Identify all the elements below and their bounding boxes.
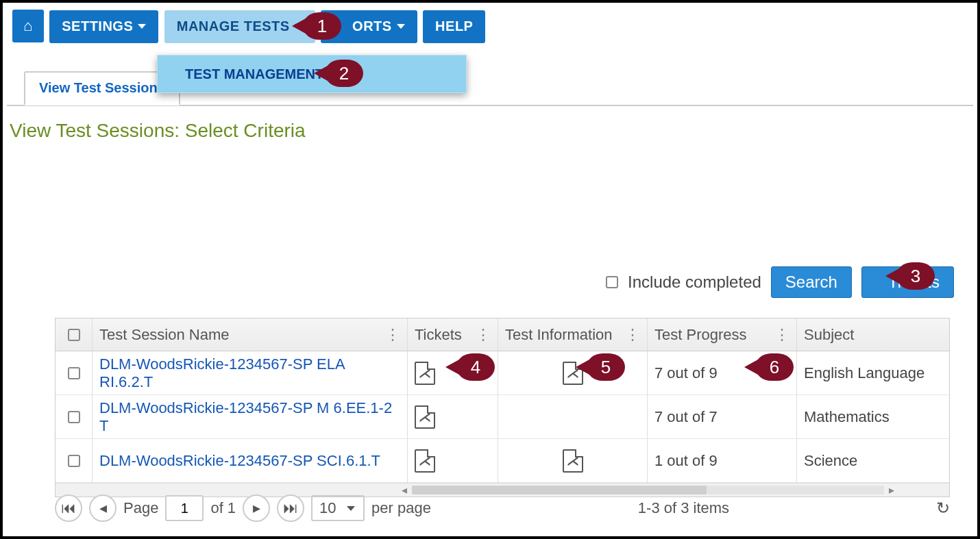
col-name[interactable]: Test Session Name <box>99 326 230 344</box>
subject-text: Science <box>804 452 857 470</box>
session-link[interactable]: DLM-WoodsRickie-1234567-SP ELA RI.6.2.T <box>99 355 400 391</box>
pager-first-button[interactable]: ⏮ <box>55 494 82 522</box>
page-size-select[interactable]: 10 <box>311 495 365 521</box>
pager-page-label: Page <box>123 499 158 517</box>
nav-settings[interactable]: SETTINGS <box>49 10 158 43</box>
table-row: DLM-WoodsRickie-1234567-SP SCI.6.1.T ⋌ ⋌… <box>56 439 949 483</box>
column-menu-icon[interactable]: ⋮ <box>385 326 400 344</box>
include-completed-label: Include completed <box>628 273 761 292</box>
subject-text: Mathematics <box>804 408 890 426</box>
pager-of-label: of 1 <box>210 499 236 517</box>
home-icon: ⌂ <box>23 17 33 35</box>
item-count: 1-3 of 3 items <box>638 499 729 517</box>
table-row: DLM-WoodsRickie-1234567-SP M 6.EE.1-2 T … <box>56 395 949 439</box>
column-menu-icon[interactable]: ⋮ <box>476 326 491 344</box>
nav-settings-label: SETTINGS <box>62 18 133 34</box>
callout-1: 1 <box>303 12 341 40</box>
nav-help[interactable]: HELP <box>423 10 485 43</box>
pager-next-button[interactable]: ▸ <box>243 494 270 522</box>
page-title: View Test Sessions: Select Criteria <box>7 106 973 155</box>
nav-home[interactable]: ⌂ <box>12 10 44 42</box>
pdf-icon[interactable]: ⋌ <box>563 449 583 473</box>
page-size-value: 10 <box>319 499 336 517</box>
pager: ⏮ ◂ Page of 1 ▸ ⏭ 10 per page 1-3 of 3 i… <box>55 494 950 522</box>
include-completed-checkbox[interactable] <box>606 276 618 288</box>
nav-help-label: HELP <box>435 18 473 34</box>
col-subject[interactable]: Subject <box>804 326 854 344</box>
chevron-down-icon <box>138 24 146 29</box>
subject-text: English Language <box>804 364 924 382</box>
session-link[interactable]: DLM-WoodsRickie-1234567-SP M 6.EE.1-2 T <box>99 399 400 435</box>
refresh-icon[interactable]: ↻ <box>936 499 950 518</box>
table-header: Test Session Name ⋮ Tickets ⋮ Test Infor… <box>56 318 949 351</box>
chevron-down-icon <box>347 506 355 511</box>
tab-label: View Test Sessions <box>39 80 165 96</box>
pdf-icon[interactable]: ⋌ <box>415 449 435 473</box>
progress-text: 1 out of 9 <box>654 452 718 470</box>
sessions-table: Test Session Name ⋮ Tickets ⋮ Test Infor… <box>55 318 950 497</box>
callout-6: 6 <box>755 353 794 381</box>
row-checkbox[interactable] <box>68 367 80 379</box>
top-nav: ⌂ SETTINGS MANAGE TESTS ORTS HELP <box>7 7 973 43</box>
pager-page-input[interactable] <box>165 495 204 521</box>
callout-2: 2 <box>325 60 363 87</box>
col-progress[interactable]: Test Progress <box>654 326 747 344</box>
chevron-down-icon <box>397 24 405 29</box>
pdf-icon[interactable]: ⋌ <box>415 362 435 385</box>
callout-3: 3 <box>896 262 935 290</box>
row-checkbox[interactable] <box>68 455 80 467</box>
pdf-icon[interactable]: ⋌ <box>415 405 435 429</box>
manage-tests-dropdown: TEST MANAGEMENT <box>157 55 467 93</box>
pager-last-button[interactable]: ⏭ <box>277 494 304 522</box>
callout-5: 5 <box>587 353 625 381</box>
progress-text: 7 out of 9 <box>654 364 718 382</box>
col-tickets[interactable]: Tickets <box>415 326 462 344</box>
select-all-checkbox[interactable] <box>68 329 80 341</box>
tab-strip: View Test Sessions <box>7 62 973 106</box>
column-menu-icon[interactable]: ⋮ <box>625 326 640 344</box>
pager-prev-button[interactable]: ◂ <box>89 494 117 522</box>
search-button[interactable]: Search <box>771 266 852 298</box>
callout-4: 4 <box>456 353 495 381</box>
row-checkbox[interactable] <box>68 411 80 423</box>
per-page-label: per page <box>371 499 431 517</box>
column-menu-icon[interactable]: ⋮ <box>774 326 789 344</box>
nav-reports-label: ORTS <box>352 18 392 34</box>
session-link[interactable]: DLM-WoodsRickie-1234567-SP SCI.6.1.T <box>99 452 380 470</box>
table-row: DLM-WoodsRickie-1234567-SP ELA RI.6.2.T … <box>56 351 949 395</box>
search-button-label: Search <box>785 273 837 291</box>
dropdown-item-test-management[interactable]: TEST MANAGEMENT <box>185 66 323 82</box>
progress-text: 7 out of 7 <box>654 408 718 426</box>
col-info[interactable]: Test Information <box>505 326 613 344</box>
nav-manage-tests-label: MANAGE TESTS <box>177 18 290 34</box>
